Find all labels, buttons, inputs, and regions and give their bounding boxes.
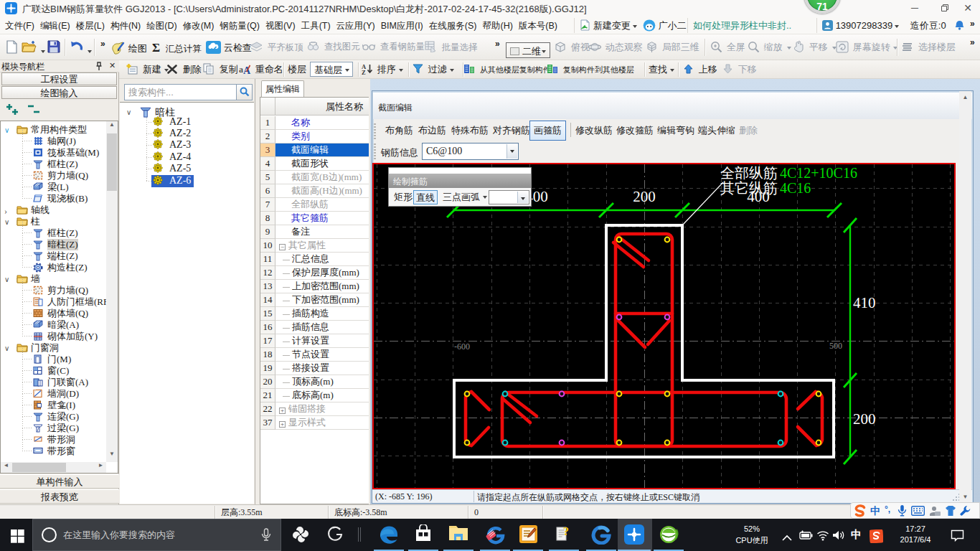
comp-item-AZ-1[interactable]: AZ-1 xyxy=(120,116,249,128)
scroll-up-icon[interactable]: ▲ xyxy=(106,121,118,133)
property-row-显示样式[interactable]: 37+显示样式 xyxy=(260,416,369,430)
tree-label[interactable]: 连梁(G) xyxy=(47,411,79,423)
properties-tab[interactable]: 属性编辑 xyxy=(261,80,304,97)
battery-icon[interactable] xyxy=(798,530,813,542)
tree-label[interactable]: 人防门框墙(RF xyxy=(47,296,108,308)
tree-expander-icon[interactable]: ∨ xyxy=(4,217,9,228)
screen-rotate-button[interactable]: 屏幕旋转 xyxy=(836,41,897,54)
tree-label[interactable]: 砌体加筋(Y) xyxy=(47,331,98,342)
search-mic-icon[interactable] xyxy=(261,528,271,542)
pin-icon[interactable] xyxy=(95,62,103,71)
project-settings-button[interactable]: 工程设置 xyxy=(1,72,117,85)
dialog-tab-布边筋[interactable]: 布边筋 xyxy=(418,124,446,137)
menu-item-5[interactable]: 绘图(D) xyxy=(143,17,179,34)
property-row-插筋信息[interactable]: 16插筋信息 xyxy=(260,321,369,334)
copy-from-floor-button[interactable]: 从其他楼层复制构件 xyxy=(463,63,551,75)
search-button[interactable] xyxy=(237,84,253,100)
edge-browser-icon[interactable] xyxy=(379,524,399,545)
scroll-down-icon[interactable]: ▼ xyxy=(106,451,118,462)
filter-button[interactable]: 过滤 xyxy=(413,63,454,76)
tree-expander-icon[interactable]: ∨ xyxy=(4,125,9,136)
green-browser-icon[interactable] xyxy=(659,524,679,545)
nav-tree-item-墙[interactable]: ∨墙 xyxy=(1,273,105,285)
fullscreen-button[interactable]: 全屏 xyxy=(710,41,745,54)
undo-button[interactable] xyxy=(70,40,83,55)
menu-item-7[interactable]: 钢筋量(Q) xyxy=(217,17,263,34)
floor-combo[interactable]: 基础层 xyxy=(310,62,353,77)
ms-store-icon[interactable] xyxy=(414,524,434,545)
tree-expander-icon[interactable]: ∨ xyxy=(4,274,9,286)
sogou-tray-icon[interactable] xyxy=(870,529,883,545)
tree-label[interactable]: 过梁(G) xyxy=(47,423,79,434)
toolbar-overflow-1[interactable]: » xyxy=(100,39,104,49)
property-row-计算设置[interactable]: 17计算设置 xyxy=(260,334,369,348)
draw-input-button[interactable]: 绘图输入 xyxy=(1,86,117,99)
menu-item-2[interactable]: 编辑(E) xyxy=(37,17,73,34)
tree-label[interactable]: 梁(L) xyxy=(47,182,69,193)
tree-label[interactable]: 端柱(Z) xyxy=(47,250,78,262)
sogou-wrench-icon[interactable] xyxy=(960,505,971,517)
tree-expander-icon[interactable]: › xyxy=(4,205,7,217)
property-row-保护层厚度(mm)[interactable]: 12保护层厚度(mm) xyxy=(260,266,369,280)
rename-component-button[interactable]: aA 重命名 xyxy=(239,63,283,76)
menu-item-3[interactable]: 楼层(L) xyxy=(73,17,108,34)
nav-tree-item-墙洞(D)[interactable]: 墙洞(D) xyxy=(1,388,105,400)
nav-tree-hscrollbar[interactable]: ◄ ► xyxy=(1,462,106,473)
search-component-input[interactable]: 搜索构件... xyxy=(124,84,237,100)
file-explorer-icon[interactable] xyxy=(448,524,468,545)
nav-tree-item-窗(C)[interactable]: 窗(C) xyxy=(1,365,105,377)
security-score-ball[interactable]: 71 xyxy=(804,0,840,14)
nav-tree-item-常用构件类型[interactable]: ∨常用构件类型 xyxy=(1,124,105,136)
single-component-button[interactable]: 单构件输入 xyxy=(0,474,119,489)
palette-rect-button[interactable]: 矩形 xyxy=(392,190,415,204)
sogou-skin-icon[interactable] xyxy=(944,505,957,517)
comp-item-AZ-2[interactable]: AZ-2 xyxy=(120,128,249,140)
property-row-类别[interactable]: 2类别 xyxy=(260,130,369,143)
tree-label[interactable]: 带形窗 xyxy=(47,446,75,457)
tree-label[interactable]: 筏板基础(M) xyxy=(47,147,99,159)
nav-tree-item-砌体加筋(Y)[interactable]: 砌体加筋(Y) xyxy=(1,331,105,342)
sort-button[interactable]: AZ 排序 xyxy=(362,63,403,76)
palette-combo[interactable] xyxy=(489,190,529,204)
tree-label[interactable]: 墙洞(D) xyxy=(47,388,79,400)
property-row-汇总信息[interactable]: 11汇总信息 xyxy=(260,253,369,266)
menu-item-8[interactable]: 视图(V) xyxy=(263,17,298,34)
property-row-搭接设置[interactable]: 19搭接设置 xyxy=(260,362,369,375)
cpu-usage-indicator[interactable]: 52%CPU使用 xyxy=(735,524,769,546)
nav-tree-item-剪力墙(Q)[interactable]: 剪力墙(Q) xyxy=(1,285,105,296)
partial-3d-button[interactable]: 局部三维 xyxy=(646,41,699,54)
copy-to-floor-button[interactable]: 复制构件到其他楼层 xyxy=(547,63,634,75)
property-row-其它箍筋[interactable]: 8其它箍筋 xyxy=(260,212,369,225)
sum-calc-button[interactable]: Σ 汇总计算 xyxy=(152,41,202,55)
pan-button[interactable]: 平移 xyxy=(793,41,837,54)
tree-label[interactable]: 框柱(Z) xyxy=(47,159,78,170)
property-row-锚固搭接[interactable]: 22+锚固搭接 xyxy=(260,402,369,416)
nav-tree-item-带形窗[interactable]: 带形窗 xyxy=(1,446,105,457)
delete-component-button[interactable]: 删除 xyxy=(167,63,202,76)
dialog-tab-布角筋[interactable]: 布角筋 xyxy=(385,124,413,137)
open-dropdown[interactable] xyxy=(39,45,45,56)
tree-label[interactable]: 带形洞 xyxy=(47,434,75,446)
sogou-toolbox-icon[interactable] xyxy=(928,505,941,517)
dialog-tab-对齐钢筋[interactable]: 对齐钢筋 xyxy=(493,124,530,137)
glodon-g-outline-icon[interactable] xyxy=(326,524,346,545)
property-row-名称[interactable]: 1名称 xyxy=(260,116,369,130)
new-component-button[interactable]: 新建 xyxy=(126,63,169,76)
dialog-title-bar[interactable]: 截面编辑 xyxy=(373,93,972,119)
nav-tree-item-带形洞[interactable]: 带形洞 xyxy=(1,434,105,446)
collapse-all-icon[interactable] xyxy=(27,104,43,116)
report-preview-button[interactable]: 报表预览 xyxy=(0,489,119,504)
tree-label[interactable]: 墙 xyxy=(31,273,40,285)
property-row-上加密范围(mm)[interactable]: 13上加密范围(mm) xyxy=(260,280,369,293)
glodon-g-blue-icon[interactable] xyxy=(591,524,611,545)
nav-tree-item-梁(L)[interactable]: 梁(L) xyxy=(1,182,105,193)
scroll-thumb[interactable] xyxy=(107,133,117,191)
tree-label[interactable]: 门(M) xyxy=(47,354,71,365)
menu-item-12[interactable]: 在线服务(S) xyxy=(426,17,480,34)
nav-tree-item-过梁(G)[interactable]: 过梁(G) xyxy=(1,423,105,434)
pinwheel-app-icon[interactable] xyxy=(291,524,311,545)
property-row-截面宽(B边)(mm)[interactable]: 5截面宽(B边)(mm) xyxy=(260,171,369,184)
undo-dropdown[interactable] xyxy=(85,45,92,56)
sogou-lang-indicator[interactable]: 中 xyxy=(870,505,880,518)
section-canvas[interactable]: -600 500 xyxy=(372,163,956,489)
